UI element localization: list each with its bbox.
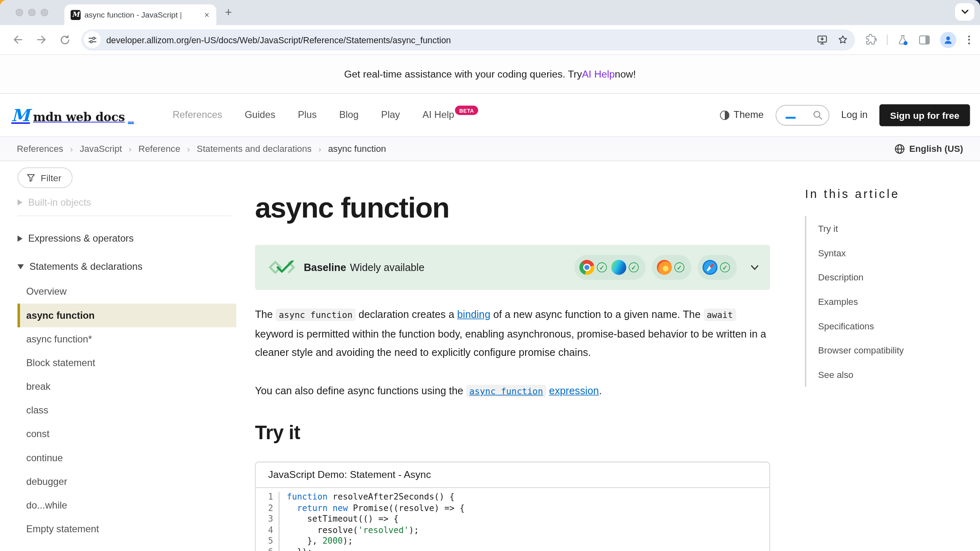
experiments-button[interactable] [897,33,909,46]
search-input[interactable] [775,104,829,125]
extensions-button[interactable] [865,33,878,46]
check-icon: ✓ [675,262,684,272]
page-title: async function [255,191,770,224]
line-number: 6 [256,547,273,551]
inline-link-async-function[interactable]: async function [466,385,546,398]
code-editor[interactable]: 123456 function resolveAfter2Seconds() {… [256,488,769,551]
header-actions: Theme Log in Sign up for free [720,104,970,126]
breadcrumb-item-reference[interactable]: Reference [138,144,180,153]
breadcrumb-item-references[interactable]: References [17,144,63,153]
toc-item-description[interactable]: Description [818,272,864,282]
nav-item-plus[interactable]: Plus [298,109,316,120]
toc-heading: In this article [805,187,980,201]
extensions-puzzle-icon [865,33,878,46]
site-settings-button[interactable] [84,31,100,48]
breadcrumb-separator: › [70,144,73,153]
demo-title: JavaScript Demo: Statement - Async [256,462,769,488]
sidebar-item-do-while[interactable]: do...while [18,493,231,517]
flask-icon [897,33,909,46]
toc-item-see-also[interactable]: See also [818,369,853,379]
back-button[interactable] [9,31,26,49]
sidebar-item-built-in-objects[interactable]: Built-in objects [18,197,231,208]
toc-item-try-it[interactable]: Try it [818,223,838,233]
breadcrumb: References›JavaScript›Reference›Statemen… [17,144,386,153]
toc-item-syntax[interactable]: Syntax [818,248,846,258]
url-text[interactable]: developer.allizom.org/en-US/docs/Web/Jav… [106,35,807,44]
code-line: }, 2000); [287,535,465,547]
nav-item-guides[interactable]: Guides [245,109,275,120]
sidebar-item-block-statement[interactable]: Block statement [18,351,231,375]
breadcrumb-item-statements-and-declarations[interactable]: Statements and declarations [197,144,312,153]
mdn-logo-text: mdn web docs [33,110,125,124]
toc-item-examples[interactable]: Examples [818,296,858,306]
ai-help-link[interactable]: AI Help [582,69,615,80]
funnel-icon [27,174,35,182]
filter-button[interactable]: Filter [18,167,73,188]
nav-item-ai-help[interactable]: AI Help [423,109,454,120]
login-link[interactable]: Log in [841,109,868,121]
breadcrumb-item-javascript[interactable]: JavaScript [80,144,122,153]
install-app-button[interactable] [816,34,828,45]
sidebar-section-statements[interactable]: Statements & declarations [18,261,231,273]
close-window-button[interactable] [16,9,23,16]
sidebar-item-async-function[interactable]: async function* [18,327,231,351]
breadcrumb-item-async-function: async function [328,144,386,153]
reload-button[interactable] [56,31,74,49]
reload-icon [59,34,71,45]
mdn-logo[interactable]: M mdn web docs _ [11,107,134,123]
side-panel-button[interactable] [918,34,931,45]
line-number: 4 [256,524,273,535]
toc-item-browser-compatibility[interactable]: Browser compatibility [818,345,904,355]
sidebar-section-expressions[interactable]: Expressions & operators [18,233,231,244]
collapsed-arrow-icon [18,236,22,242]
new-tab-button[interactable]: + [225,6,232,20]
inline-code: async function [276,309,356,321]
baseline-status-text: Widely available [350,262,425,273]
address-bar[interactable]: developer.allizom.org/en-US/docs/Web/Jav… [81,29,855,50]
sidebar-item-empty-statement[interactable]: Empty statement [18,517,231,541]
table-of-contents: In this article Try itSyntaxDescriptionE… [805,161,980,551]
bookmark-button[interactable] [837,34,849,46]
profile-avatar[interactable] [940,31,956,48]
sidebar-item-debugger[interactable]: debugger [18,470,231,493]
sidebar-item-async-function[interactable]: async function [18,304,236,327]
theme-switcher[interactable]: Theme [720,109,764,121]
zoom-window-button[interactable] [40,9,48,16]
sidebar-item-break[interactable]: break [18,375,231,398]
side-panel-icon [918,34,931,45]
baseline-expand-button[interactable] [751,264,759,270]
tab-title: async function - JavaScript | [85,10,199,19]
intro-paragraph: The async function declaration creates a… [255,305,770,362]
sidebar-item-class[interactable]: class [18,399,231,422]
forward-button[interactable] [33,31,50,49]
nav-item-references[interactable]: References [173,109,222,120]
code-line: setTimeout(() => { [287,513,465,524]
mdn-m-icon: M [11,107,30,123]
sidebar-item-overview[interactable]: Overview [18,280,231,304]
toc-item-specifications[interactable]: Specifications [818,321,874,331]
inline-link-expression[interactable]: expression [549,385,599,396]
line-number: 3 [256,513,273,524]
signup-button[interactable]: Sign up for free [880,104,970,126]
browser-menu-button[interactable] [966,35,973,44]
article: async function BaselineWidely available … [250,161,770,551]
line-number: 2 [256,502,273,513]
expanded-arrow-icon [18,264,24,269]
tab-close-icon[interactable]: × [203,10,212,20]
toc-list: Try itSyntaxDescriptionExamplesSpecifica… [805,216,980,387]
sidebar-section-label: Built-in objects [28,197,91,208]
sidebar-item-const[interactable]: const [18,422,231,446]
language-switcher[interactable]: English (US) [894,143,963,154]
search-icon [813,110,823,120]
baseline-browser-support: ✓ ✓ ✓ ✓ [575,255,759,280]
browser-tab[interactable]: M async function - JavaScript | × [65,4,216,25]
baseline-icon [269,260,295,274]
globe-icon [894,143,905,154]
tab-search-button[interactable] [955,3,974,21]
sidebar-item-continue[interactable]: continue [18,446,231,470]
inline-link-binding[interactable]: binding [457,309,490,320]
nav-item-blog[interactable]: Blog [339,109,359,120]
sidebar-section-label: Statements & declarations [29,261,143,273]
nav-item-play[interactable]: Play [381,109,400,120]
minimize-window-button[interactable] [28,9,36,16]
